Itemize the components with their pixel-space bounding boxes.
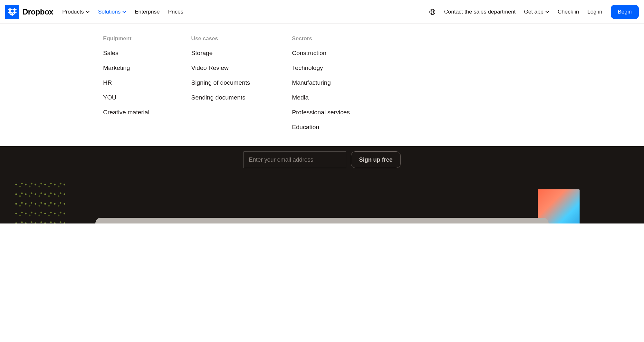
dropbox-logo-icon xyxy=(5,5,19,19)
menu-item-sending[interactable]: Sending documents xyxy=(191,94,250,101)
nav-enterprise[interactable]: Enterprise xyxy=(135,9,159,15)
header-left: Dropbox Products Solutions Enterprise Pr… xyxy=(5,5,183,19)
menu-item-professional[interactable]: Professional services xyxy=(292,109,350,116)
app-topbar xyxy=(102,223,542,223)
get-app-label: Get app xyxy=(524,9,544,15)
menu-item-sales[interactable]: Sales xyxy=(103,50,149,57)
menu-item-marketing[interactable]: Marketing xyxy=(103,64,149,71)
chevron-down-icon xyxy=(86,11,90,13)
nav-solutions-label: Solutions xyxy=(98,9,120,15)
menu-heading: Use cases xyxy=(191,35,250,42)
menu-item-hr[interactable]: HR xyxy=(103,79,149,86)
nav-prices[interactable]: Prices xyxy=(168,9,183,15)
menu-heading: Equipment xyxy=(103,35,149,42)
main-header: Dropbox Products Solutions Enterprise Pr… xyxy=(0,0,644,24)
menu-column-usecases: Use cases Storage Video Review Signing o… xyxy=(191,35,250,131)
nav-solutions[interactable]: Solutions xyxy=(98,9,126,15)
menu-item-construction[interactable]: Construction xyxy=(292,50,350,57)
app-preview-window: Todos los archivos xyxy=(95,218,549,223)
signup-free-button[interactable]: Sign up free xyxy=(351,151,400,168)
solutions-mega-menu: Equipment Sales Marketing HR YOU Creativ… xyxy=(0,24,644,146)
chevron-down-icon xyxy=(122,11,126,13)
menu-item-storage[interactable]: Storage xyxy=(191,50,250,57)
menu-item-technology[interactable]: Technology xyxy=(292,64,350,71)
nav-products-label: Products xyxy=(62,9,84,15)
signup-form: Sign up free xyxy=(243,151,400,168)
chevron-down-icon xyxy=(545,11,549,13)
primary-nav: Products Solutions Enterprise Prices xyxy=(62,9,183,15)
nav-enterprise-label: Enterprise xyxy=(135,9,159,15)
menu-item-manufacturing[interactable]: Manufacturing xyxy=(292,79,350,86)
nav-prices-label: Prices xyxy=(168,9,183,15)
check-in-link[interactable]: Check in xyxy=(558,9,579,15)
contact-sales-link[interactable]: Contact the sales department xyxy=(444,9,515,15)
menu-column-equipment: Equipment Sales Marketing HR YOU Creativ… xyxy=(103,35,149,131)
menu-heading: Sectors xyxy=(292,35,350,42)
logo[interactable]: Dropbox xyxy=(5,5,53,19)
menu-item-education[interactable]: Education xyxy=(292,124,350,131)
header-right: Contact the sales department Get app Che… xyxy=(429,5,639,19)
menu-item-you[interactable]: YOU xyxy=(103,94,149,101)
get-app-link[interactable]: Get app xyxy=(524,9,550,15)
brand-name: Dropbox xyxy=(23,7,53,16)
nav-products[interactable]: Products xyxy=(62,9,90,15)
menu-item-creative[interactable]: Creative material xyxy=(103,109,149,116)
log-in-link[interactable]: Log in xyxy=(587,9,602,15)
menu-item-signing[interactable]: Signing of documents xyxy=(191,79,250,86)
menu-item-video-review[interactable]: Video Review xyxy=(191,64,250,71)
menu-column-sectors: Sectors Construction Technology Manufact… xyxy=(292,35,350,131)
globe-icon[interactable] xyxy=(429,9,436,15)
menu-item-media[interactable]: Media xyxy=(292,94,350,101)
decorative-texture-left xyxy=(14,182,65,223)
begin-button[interactable]: Begin xyxy=(611,5,639,19)
email-input[interactable] xyxy=(243,151,346,168)
